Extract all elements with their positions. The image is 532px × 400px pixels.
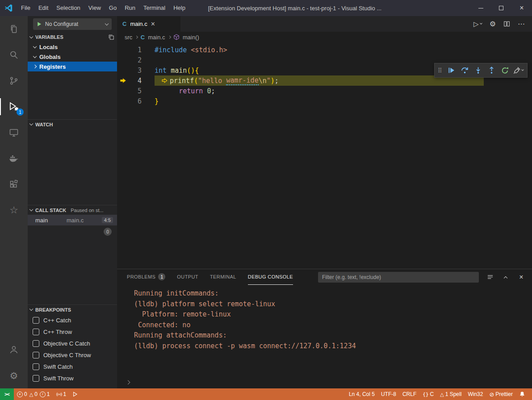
breakpoint-checkbox[interactable] (33, 317, 39, 324)
breadcrumb-symbol[interactable]: main() (183, 34, 199, 41)
toggle-panel-icon[interactable] (426, 2, 436, 14)
notifications-status[interactable] (516, 388, 528, 400)
close-panel-icon[interactable]: × (517, 273, 526, 282)
breakpoint-item[interactable]: Swift Throw (28, 372, 117, 384)
debug-config-dropdown[interactable]: No Configurat (33, 18, 112, 30)
breadcrumb-folder[interactable]: src (125, 34, 132, 41)
step-out-button[interactable] (485, 64, 498, 77)
variables-item-globals[interactable]: Globals (28, 52, 117, 62)
console-input[interactable] (117, 376, 532, 388)
activity-remote-explorer[interactable] (0, 120, 28, 146)
menu-view[interactable]: View (84, 0, 105, 16)
remote-explorer-icon (8, 127, 19, 138)
maximize-panel-icon[interactable] (501, 273, 510, 282)
settings-button[interactable]: ⚙ (0, 362, 28, 388)
window-title: [Extension Development Host] main.c - te… (188, 5, 402, 12)
breakpoint-item[interactable]: Objective C Catch (28, 338, 117, 349)
panel-tab-badge: 1 (158, 273, 165, 280)
breakpoint-checkbox[interactable] (33, 375, 39, 382)
chevron-down-icon (105, 21, 109, 25)
extensions-icon (8, 179, 19, 190)
editor-body[interactable]: 1#include <stdio.h>23int main(){4printf(… (117, 42, 532, 269)
close-tab-icon[interactable]: × (151, 21, 155, 28)
panel-tab-problems[interactable]: PROBLEMS1 (127, 269, 165, 285)
encoding-status[interactable]: UTF-8 (378, 388, 399, 400)
breakpoint-item[interactable]: Objective C Throw (28, 349, 117, 361)
disconnect-button[interactable] (511, 64, 525, 77)
ports-status[interactable]: 1 (53, 388, 70, 400)
breakpoint-item[interactable]: C++ Throw (28, 326, 117, 338)
step-over-button[interactable] (458, 64, 471, 77)
language-mode-status[interactable]: {}C (419, 388, 437, 400)
start-debug-icon[interactable] (37, 21, 42, 27)
activity-source-control[interactable] (0, 68, 28, 94)
watch-section-header[interactable]: WATCH (28, 119, 117, 129)
breakpoint-checkbox[interactable] (33, 352, 39, 358)
console-options-icon[interactable] (486, 273, 494, 282)
split-editor-icon[interactable] (503, 21, 510, 27)
menu-selection[interactable]: Selection (52, 0, 84, 16)
menu-run[interactable]: Run (121, 0, 139, 16)
breakpoint-checkbox[interactable] (33, 340, 39, 347)
activity-favorites[interactable]: ☆ (0, 197, 28, 223)
restart-button[interactable] (498, 64, 511, 77)
cursor-position-status[interactable]: Ln 4, Col 5 (346, 388, 378, 400)
drag-handle-icon[interactable]: ⠿ (437, 67, 444, 74)
minimize-button[interactable] (470, 0, 491, 16)
spell-checker-status[interactable]: △1 Spell (437, 388, 465, 400)
customize-layout-icon[interactable] (456, 2, 466, 14)
panel-tab-output[interactable]: OUTPUT (177, 269, 198, 285)
remote-indicator[interactable]: >< (0, 388, 14, 400)
step-into-button[interactable] (471, 64, 485, 77)
breakpoint-checkbox[interactable] (33, 329, 39, 335)
activity-explorer[interactable] (0, 16, 28, 42)
code-line-5[interactable]: 5 return 0; (117, 86, 532, 96)
console-filter-input[interactable] (318, 272, 479, 283)
platform-status[interactable]: Win32 (465, 388, 486, 400)
more-actions-icon[interactable]: ⋯ (518, 21, 525, 28)
code-line-1[interactable]: 1#include <stdio.h> (117, 45, 532, 55)
menu-terminal[interactable]: Terminal (139, 0, 169, 16)
breakpoints-rows: C++ CatchC++ ThrowObjective C CatchObjec… (28, 314, 117, 384)
editor-settings-icon[interactable]: ⚙ (490, 21, 496, 28)
code-token: printf (170, 77, 194, 85)
problems-status[interactable]: ×0△0i1 (14, 388, 53, 400)
console-line: Running initCommands: (134, 288, 532, 299)
chevron-down-icon (29, 122, 33, 125)
breakpoint-item[interactable]: C++ Catch (28, 314, 117, 326)
variables-section-header[interactable]: VARIABLES (28, 32, 117, 42)
variables-item-registers[interactable]: Registers (28, 62, 117, 71)
account-button[interactable] (0, 337, 28, 362)
debug-session-status[interactable] (69, 388, 81, 400)
continue-button[interactable] (444, 64, 458, 77)
eol-status[interactable]: CRLF (399, 388, 419, 400)
call-stack-section-header[interactable]: CALL STACK Paused on st... (28, 205, 117, 215)
close-window-button[interactable]: × (511, 0, 532, 16)
panel-tab-terminal[interactable]: TERMINAL (210, 269, 236, 285)
breakpoint-checkbox[interactable] (33, 363, 39, 370)
tab-main-c[interactable]: C main.c × (117, 16, 180, 32)
run-or-debug-button[interactable]: ▷ (473, 21, 482, 27)
breadcrumb-file[interactable]: main.c (148, 34, 165, 41)
menu-edit[interactable]: Edit (34, 0, 52, 16)
variables-item-locals[interactable]: Locals (28, 42, 117, 52)
breakpoint-item[interactable]: Swift Catch (28, 361, 117, 372)
gear-icon: ⚙ (10, 371, 18, 380)
activity-run-debug[interactable]: 1 (0, 94, 28, 120)
collapse-all-icon[interactable] (108, 34, 114, 40)
toggle-secondary-sidebar-icon[interactable] (441, 2, 451, 14)
code-token: (){ (187, 67, 199, 75)
menu-help[interactable]: Help (169, 0, 189, 16)
stack-frame-row[interactable]: main main.c 4:5 (28, 215, 117, 225)
panel-tab-debug-console[interactable]: DEBUG CONSOLE (248, 269, 293, 285)
activity-extensions[interactable] (0, 171, 28, 197)
breakpoints-section-header[interactable]: BREAKPOINTS (28, 304, 117, 314)
prettier-status[interactable]: ⊘Prettier (486, 388, 516, 400)
menu-go[interactable]: Go (105, 0, 121, 16)
menu-file[interactable]: File (17, 0, 34, 16)
code-line-6[interactable]: 6} (117, 96, 532, 106)
activity-docker[interactable] (0, 146, 28, 171)
maximize-button[interactable] (491, 0, 511, 16)
activity-search[interactable] (0, 42, 28, 68)
toggle-sidebar-icon[interactable] (411, 2, 420, 14)
